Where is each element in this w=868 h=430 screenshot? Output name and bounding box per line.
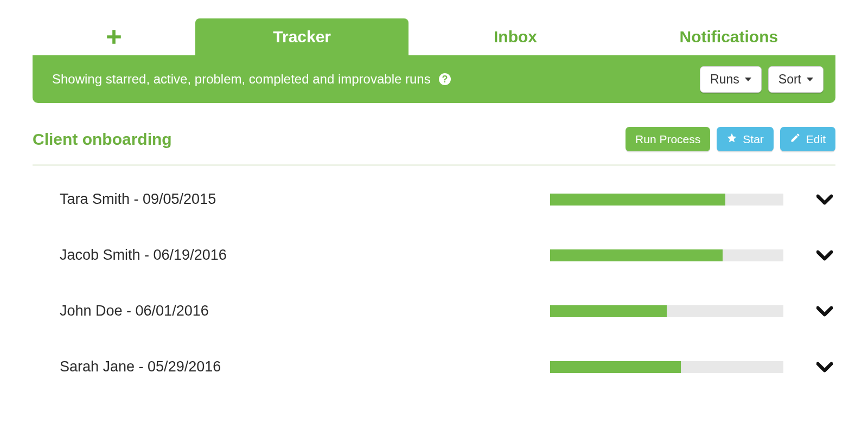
chevron-down-icon[interactable] (814, 306, 835, 317)
button-label: Run Process (635, 133, 700, 146)
tab-inbox[interactable]: Inbox (409, 18, 622, 55)
run-label: John Doe - 06/01/2016 (60, 303, 550, 319)
progress-bar (550, 361, 783, 373)
divider (33, 164, 835, 166)
help-icon[interactable]: ? (438, 73, 451, 86)
run-list: Tara Smith - 09/05/2015 Jacob Smith - 06… (33, 171, 835, 395)
run-label: Jacob Smith - 06/19/2016 (60, 247, 550, 264)
caret-down-icon (745, 78, 751, 81)
tab-label: Tracker (273, 28, 331, 46)
button-label: Edit (806, 133, 826, 146)
dropdown-label: Sort (778, 72, 801, 87)
plus-icon (105, 28, 123, 46)
progress-bar (550, 249, 783, 261)
run-process-button[interactable]: Run Process (626, 127, 710, 151)
tab-tracker[interactable]: Tracker (195, 18, 409, 55)
edit-button[interactable]: Edit (780, 127, 835, 151)
progress-fill (550, 361, 681, 373)
progress-fill (550, 305, 667, 317)
caret-down-icon (807, 78, 813, 81)
list-item[interactable]: John Doe - 06/01/2016 (33, 283, 835, 339)
list-item[interactable]: Jacob Smith - 06/19/2016 (33, 227, 835, 283)
button-label: Star (743, 133, 764, 146)
runs-dropdown[interactable]: Runs (700, 66, 762, 93)
main-tabs: Tracker Inbox Notifications (33, 18, 835, 55)
tab-label: Inbox (494, 28, 537, 46)
sort-dropdown[interactable]: Sort (768, 66, 824, 93)
run-label: Tara Smith - 09/05/2015 (60, 191, 550, 208)
filter-bar: Showing starred, active, problem, comple… (33, 55, 835, 103)
chevron-down-icon[interactable] (814, 362, 835, 373)
list-item[interactable]: Tara Smith - 09/05/2015 (33, 171, 835, 227)
filter-text: Showing starred, active, problem, comple… (52, 72, 431, 87)
chevron-down-icon[interactable] (814, 194, 835, 205)
star-icon (726, 132, 737, 146)
progress-fill (550, 194, 725, 206)
progress-bar (550, 305, 783, 317)
run-label: Sarah Jane - 05/29/2016 (60, 358, 550, 375)
tab-label: Notifications (679, 28, 778, 46)
progress-fill (550, 249, 723, 261)
page-title: Client onboarding (33, 130, 172, 149)
tab-new[interactable] (33, 18, 195, 55)
chevron-down-icon[interactable] (814, 250, 835, 261)
dropdown-label: Runs (710, 72, 739, 87)
progress-bar (550, 194, 783, 206)
tab-notifications[interactable]: Notifications (622, 18, 835, 55)
svg-text:?: ? (442, 74, 448, 85)
pencil-icon (790, 132, 801, 146)
star-button[interactable]: Star (717, 127, 774, 151)
list-item[interactable]: Sarah Jane - 05/29/2016 (33, 339, 835, 395)
